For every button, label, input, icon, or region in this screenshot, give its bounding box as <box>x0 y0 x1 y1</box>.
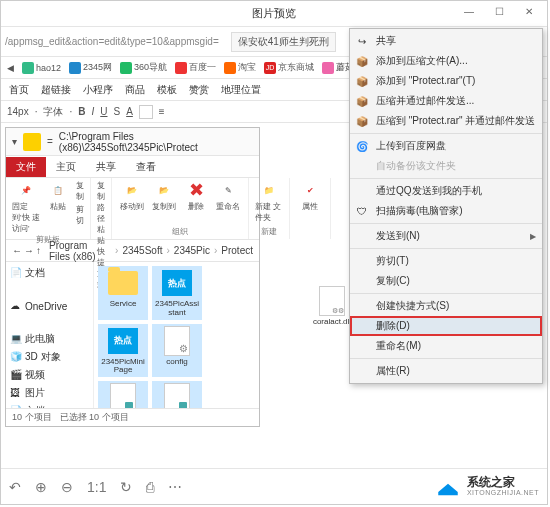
file-item[interactable]: ServiceManager <box>152 381 202 408</box>
tab-home[interactable]: 主页 <box>46 157 86 177</box>
sidebar-item[interactable]: 🧊3D 对象 <box>8 348 91 366</box>
sidebar-item[interactable] <box>8 314 91 330</box>
back-icon[interactable]: ◀ <box>7 63 14 73</box>
brand-en: XITONGZHIJIA.NET <box>467 489 539 497</box>
copyto-button[interactable]: 📂复制到 <box>150 180 178 212</box>
status-bar: 10 个项目 已选择 10 个项目 <box>6 408 259 426</box>
nav-link[interactable]: 地理位置 <box>221 83 261 97</box>
bookmark[interactable]: 百度一 <box>175 61 216 74</box>
moveto-button[interactable]: 📂移动到 <box>118 180 146 212</box>
maximize-button[interactable]: ☐ <box>485 1 513 21</box>
newfolder-button[interactable]: 📁新建 文件夹 <box>255 180 283 223</box>
nav-down-icon[interactable]: ▾ <box>12 136 17 147</box>
address-text[interactable]: C:\Program Files (x86)\2345Soft\2345Pic\… <box>59 131 253 153</box>
brand-logo <box>435 477 461 497</box>
nav-link[interactable]: 超链接 <box>41 83 71 97</box>
bookmark[interactable]: JD京东商城 <box>264 61 314 74</box>
menu-item[interactable]: 📦添加到 "Protect.rar"(T) <box>350 71 542 91</box>
sidebar: 📄文档☁OneDrive💻此电脑🧊3D 对象🎬视频🖼图片📄文档⬇下载🎵音乐🖥桌面… <box>6 262 94 408</box>
fwd-btn[interactable]: → <box>24 245 34 256</box>
rotate-left[interactable]: ↶ <box>9 479 21 495</box>
file-content: Service热点2345PicAssistant热点2345PicMiniPa… <box>94 262 259 408</box>
nav-link[interactable]: 首页 <box>9 83 29 97</box>
font-size[interactable]: 14px <box>7 106 29 117</box>
properties-button[interactable]: ✔属性 <box>296 180 324 212</box>
file-item[interactable]: coralact.dll <box>311 284 353 329</box>
menu-item[interactable]: 🌀上传到百度网盘 <box>350 133 542 156</box>
item-count: 10 个项目 <box>12 411 52 424</box>
file-item[interactable]: 热点2345PicAssistant <box>152 266 202 320</box>
bookmark[interactable]: 淘宝 <box>224 61 256 74</box>
copy-small[interactable]: 复制 <box>76 180 84 202</box>
menu-item[interactable]: ↪共享 <box>350 31 542 51</box>
bottom-bar: ↶ ⊕ ⊖ 1:1 ↻ ⎙ ⋯ 系统之家 XITONGZHIJIA.NET <box>1 468 547 504</box>
window-title: 图片预览 <box>252 6 296 21</box>
bookmark[interactable]: 2345网 <box>69 61 112 74</box>
menu-item[interactable]: 📦压缩并通过邮件发送... <box>350 91 542 111</box>
rename-button[interactable]: ✎重命名 <box>214 180 242 212</box>
minimize-button[interactable]: — <box>455 1 483 21</box>
context-menu: ↪共享📦添加到压缩文件(A)...📦添加到 "Protect.rar"(T)📦压… <box>349 28 543 384</box>
file-item[interactable]: Pic_2345Svc <box>98 381 148 408</box>
copy-path[interactable]: 复制路径 <box>97 180 105 224</box>
sidebar-item[interactable]: 🖼图片 <box>8 384 91 402</box>
tab-share[interactable]: 共享 <box>86 157 126 177</box>
bookmark[interactable]: 360导航 <box>120 61 167 74</box>
rotate-right[interactable]: ↻ <box>120 479 132 495</box>
fit-11[interactable]: 1:1 <box>87 479 106 495</box>
print-icon[interactable]: ⎙ <box>146 479 154 495</box>
bg-color[interactable] <box>139 105 153 119</box>
breadcrumb[interactable]: ← → ↑ Program Files (x86)› 2345Soft› 234… <box>6 240 259 262</box>
browser-tab[interactable]: 保安砍41师生判死刑 <box>231 32 336 52</box>
file-item[interactable]: 热点2345PicMiniPage <box>98 324 148 378</box>
delete-button[interactable]: ✖删除 <box>182 180 210 212</box>
explorer-addressbar: ▾ = C:\Program Files (x86)\2345Soft\2345… <box>6 128 259 156</box>
zoom-in[interactable]: ⊕ <box>35 479 47 495</box>
tab-view[interactable]: 查看 <box>126 157 166 177</box>
nav-link[interactable]: 赞赏 <box>189 83 209 97</box>
menu-item[interactable]: 发送到(N)▶ <box>350 223 542 246</box>
tab-file[interactable]: 文件 <box>6 157 46 177</box>
sidebar-item[interactable]: 💻此电脑 <box>8 330 91 348</box>
menu-item[interactable]: 重命名(M) <box>350 336 542 356</box>
pin-quickaccess[interactable]: 📌固定到'快 速访问' <box>12 180 40 234</box>
menu-item[interactable]: 📦压缩到 "Protect.rar" 并通过邮件发送 <box>350 111 542 131</box>
menu-item[interactable]: 通过QQ发送到我的手机 <box>350 178 542 201</box>
menu-item[interactable]: 删除(D) <box>350 316 542 336</box>
close-button[interactable]: ✕ <box>515 1 543 21</box>
back-btn[interactable]: ← <box>12 245 22 256</box>
menu-item[interactable]: 🛡扫描病毒(电脑管家) <box>350 201 542 221</box>
menu-item[interactable]: 创建快捷方式(S) <box>350 293 542 316</box>
brand: 系统之家 XITONGZHIJIA.NET <box>435 476 539 497</box>
file-item[interactable]: Service <box>98 266 148 320</box>
sidebar-item[interactable]: 📄文档 <box>8 264 91 282</box>
up-btn[interactable]: ↑ <box>36 245 41 256</box>
menu-item[interactable]: 剪切(T) <box>350 248 542 271</box>
window-buttons: — ☐ ✕ <box>455 1 543 21</box>
more-icon[interactable]: ⋯ <box>168 479 182 495</box>
menu-item: 自动备份该文件夹 <box>350 156 542 176</box>
viewer-controls: ↶ ⊕ ⊖ 1:1 ↻ ⎙ ⋯ <box>9 479 182 495</box>
font-family[interactable]: 字体 <box>43 105 63 119</box>
nav-link[interactable]: 小程序 <box>83 83 113 97</box>
menu-item[interactable]: 属性(R) <box>350 358 542 381</box>
sidebar-item[interactable] <box>8 282 91 298</box>
text-color[interactable]: A <box>126 106 133 117</box>
nav-link[interactable]: 商品 <box>125 83 145 97</box>
menu-item[interactable]: 复制(C) <box>350 271 542 291</box>
italic-button[interactable]: I <box>91 106 94 117</box>
align-button[interactable]: ≡ <box>159 106 165 117</box>
file-item[interactable]: config <box>152 324 202 378</box>
nav-link[interactable]: 模板 <box>157 83 177 97</box>
zoom-out[interactable]: ⊖ <box>61 479 73 495</box>
cut-small[interactable]: 剪切 <box>76 204 84 226</box>
strike-button[interactable]: S <box>114 106 121 117</box>
title-bar: 图片预览 — ☐ ✕ <box>1 1 547 27</box>
sidebar-item[interactable]: 🎬视频 <box>8 366 91 384</box>
menu-item[interactable]: 📦添加到压缩文件(A)... <box>350 51 542 71</box>
underline-button[interactable]: U <box>100 106 107 117</box>
paste-button[interactable]: 📋粘贴 <box>44 180 72 212</box>
sidebar-item[interactable]: ☁OneDrive <box>8 298 91 314</box>
bookmark[interactable]: hao12 <box>22 62 61 74</box>
bold-button[interactable]: B <box>78 106 85 117</box>
